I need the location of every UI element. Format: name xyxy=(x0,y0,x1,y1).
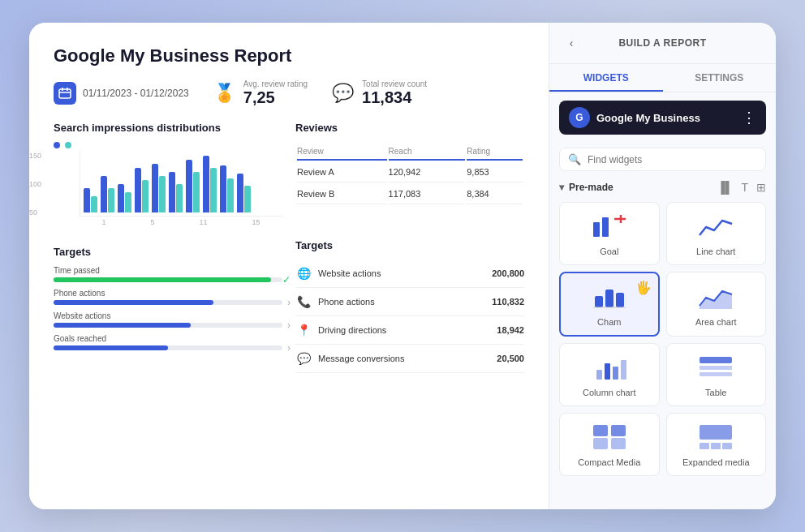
col-review: Review xyxy=(297,144,387,161)
svg-rect-14 xyxy=(613,367,618,380)
total-review-value: 11,834 xyxy=(362,88,427,107)
svg-rect-5 xyxy=(602,217,609,237)
search-input[interactable] xyxy=(588,154,757,165)
target-bar-fill-3 xyxy=(54,345,168,350)
report-title: Google My Business Report xyxy=(54,45,524,66)
right-target-value-1: 110,832 xyxy=(492,297,524,307)
bar-blue-9 xyxy=(237,174,243,212)
bar-group-6 xyxy=(186,160,200,212)
widget-card-table[interactable]: Table xyxy=(666,343,767,406)
svg-rect-13 xyxy=(605,363,610,380)
chart-x-labels: 1 5 11 15 xyxy=(80,218,282,226)
source-badge: G Google My Business ⋮ xyxy=(559,101,766,135)
svg-rect-22 xyxy=(611,438,626,449)
date-range: 01/11/2023 - 01/12/2023 xyxy=(54,82,189,105)
widget-card-line-chart[interactable]: Line chart xyxy=(666,202,767,265)
right-targets-title: Targets xyxy=(295,239,524,251)
right-target-item-2: 📍Driving directions18,942 xyxy=(295,316,524,345)
right-target-name-2: Driving directions xyxy=(318,325,386,335)
target-bar-fill-1 xyxy=(54,300,213,305)
bar-teal-0 xyxy=(91,196,97,212)
left-targets-title: Targets xyxy=(54,246,282,258)
bar-group-9 xyxy=(237,174,251,212)
widget-icon-expanded-media xyxy=(698,422,734,453)
left-target-0: Time passed✓ xyxy=(54,266,282,282)
reviews-title: Reviews xyxy=(295,122,524,134)
target-bar-fill-0 xyxy=(54,277,271,282)
bar-teal-6 xyxy=(193,172,200,212)
svg-rect-21 xyxy=(611,425,626,436)
bar-teal-2 xyxy=(125,192,131,212)
svg-rect-10 xyxy=(616,293,624,307)
svg-rect-17 xyxy=(700,366,732,370)
col-reach: Reach xyxy=(389,144,466,161)
chat-icon: 💬 xyxy=(332,83,354,104)
widget-icon-column-chart xyxy=(592,352,627,383)
svg-rect-16 xyxy=(700,357,732,363)
right-target-icon-3: 💬 xyxy=(295,350,312,367)
search-impressions-title: Search impressions distributions xyxy=(54,122,282,134)
svg-rect-19 xyxy=(593,425,608,436)
widget-card-expanded-media[interactable]: Expanded media xyxy=(666,413,767,476)
target-bar-bg-2: › xyxy=(54,323,282,328)
bar-teal-8 xyxy=(227,178,234,212)
widget-icon-area-chart xyxy=(698,281,734,312)
bar-blue-3 xyxy=(135,168,141,212)
bar-teal-4 xyxy=(159,176,166,212)
widget-card-goal[interactable]: Goal xyxy=(559,202,660,265)
svg-rect-4 xyxy=(593,222,600,237)
chart-legend xyxy=(54,142,282,148)
widgets-grid: GoalLine chartCham🖐Area chartColumn char… xyxy=(549,199,776,484)
bar-group-1 xyxy=(101,176,114,212)
back-button[interactable]: ‹ xyxy=(562,34,580,52)
text-icon[interactable]: T xyxy=(741,181,748,194)
bar-teal-1 xyxy=(108,188,114,212)
total-review-metric: 💬 Total review count 11,834 xyxy=(332,79,427,107)
bar-icon[interactable]: ▐▌ xyxy=(717,181,734,194)
review-row-1: Review B117,0838,384 xyxy=(297,184,523,204)
bar-group-8 xyxy=(220,165,234,212)
main-container: Google My Business Report 01/11/2023 - 0… xyxy=(29,23,776,509)
bar-blue-4 xyxy=(152,164,158,212)
search-impressions-section: Search impressions distributions 150 100… xyxy=(54,122,282,226)
panel-title: BUILD A REPORT xyxy=(618,37,706,49)
stats-row: 01/11/2023 - 01/12/2023 🏅 Avg. review ra… xyxy=(54,79,524,107)
left-panel: Google My Business Report 01/11/2023 - 0… xyxy=(29,23,549,509)
review-cell-rating-0: 9,853 xyxy=(467,162,523,182)
svg-rect-15 xyxy=(621,360,626,380)
target-check-icon-0: ✓ xyxy=(282,274,291,285)
reviews-section: Reviews Review Reach Rating Review A120,… xyxy=(295,122,524,226)
widget-label-column-chart: Column chart xyxy=(583,388,635,397)
avg-review-value: 7,25 xyxy=(243,88,308,107)
bar-blue-8 xyxy=(220,165,226,212)
target-label-1: Phone actions xyxy=(54,289,282,298)
legend-dot-blue xyxy=(54,142,60,148)
grid-icon[interactable]: ⊞ xyxy=(756,181,766,194)
widget-card-compact-media[interactable]: Compact Media xyxy=(559,413,660,476)
svg-rect-24 xyxy=(700,443,709,449)
widget-card-chart[interactable]: Cham🖐 xyxy=(559,272,660,337)
svg-rect-20 xyxy=(593,438,608,449)
review-cell-reach-0: 120,942 xyxy=(389,162,466,182)
tab-widgets[interactable]: WIDGETS xyxy=(549,64,663,92)
chart-wrapper: 150 100 50 1 5 11 15 xyxy=(54,152,282,226)
right-target-item-0: 🌐Website actions200,800 xyxy=(295,260,524,288)
widget-icon-goal xyxy=(592,211,627,242)
tabs-row: WIDGETS SETTINGS xyxy=(549,64,776,92)
bar-teal-7 xyxy=(210,168,217,212)
tab-settings[interactable]: SETTINGS xyxy=(663,64,777,92)
chart-y-labels: 150 100 50 xyxy=(29,152,41,217)
right-target-name-1: Phone actions xyxy=(318,297,375,307)
left-targets-section: Targets Time passed✓Phone actions›Websit… xyxy=(54,246,282,373)
widget-icon-line-chart xyxy=(698,211,734,242)
widget-card-column-chart[interactable]: Column chart xyxy=(559,343,660,406)
right-target-value-0: 200,800 xyxy=(492,268,524,278)
bar-blue-1 xyxy=(101,176,107,212)
source-menu-button[interactable]: ⋮ xyxy=(742,109,756,127)
bar-group-7 xyxy=(203,156,217,212)
total-review-label: Total review count xyxy=(362,79,427,88)
calendar-icon xyxy=(54,82,76,105)
review-cell-reach-1: 117,083 xyxy=(389,184,466,204)
widget-card-area-chart[interactable]: Area chart xyxy=(666,272,767,337)
right-panel: ‹ BUILD A REPORT WIDGETS SETTINGS G Goog… xyxy=(549,23,776,509)
